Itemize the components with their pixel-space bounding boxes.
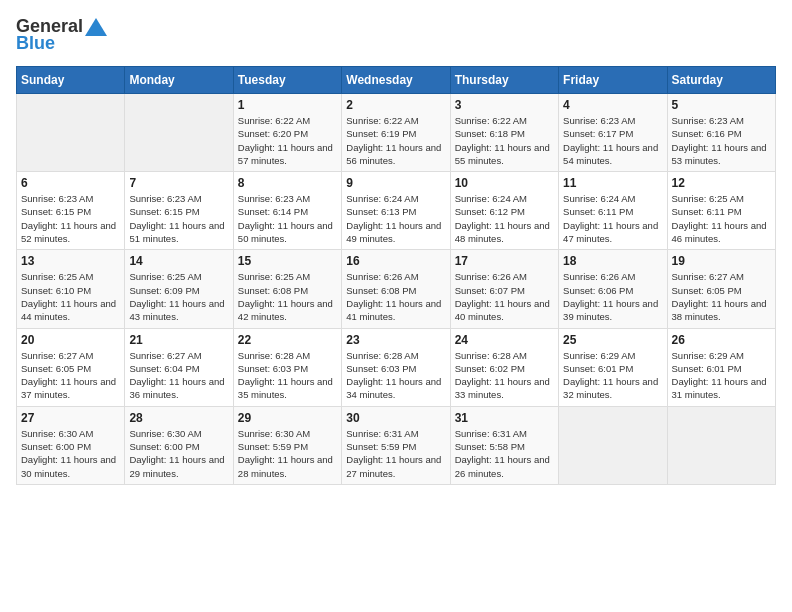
day-info: Sunrise: 6:25 AM Sunset: 6:10 PM Dayligh…: [21, 270, 120, 323]
day-number: 27: [21, 411, 120, 425]
calendar-cell: 30Sunrise: 6:31 AM Sunset: 5:59 PM Dayli…: [342, 406, 450, 484]
day-number: 19: [672, 254, 771, 268]
day-number: 1: [238, 98, 337, 112]
day-number: 23: [346, 333, 445, 347]
calendar-cell: 9Sunrise: 6:24 AM Sunset: 6:13 PM Daylig…: [342, 172, 450, 250]
calendar-cell: 29Sunrise: 6:30 AM Sunset: 5:59 PM Dayli…: [233, 406, 341, 484]
day-number: 12: [672, 176, 771, 190]
day-info: Sunrise: 6:26 AM Sunset: 6:08 PM Dayligh…: [346, 270, 445, 323]
day-number: 8: [238, 176, 337, 190]
calendar-cell: 10Sunrise: 6:24 AM Sunset: 6:12 PM Dayli…: [450, 172, 558, 250]
calendar-week-5: 27Sunrise: 6:30 AM Sunset: 6:00 PM Dayli…: [17, 406, 776, 484]
day-info: Sunrise: 6:23 AM Sunset: 6:15 PM Dayligh…: [129, 192, 228, 245]
day-info: Sunrise: 6:27 AM Sunset: 6:05 PM Dayligh…: [21, 349, 120, 402]
weekday-header-saturday: Saturday: [667, 67, 775, 94]
day-info: Sunrise: 6:25 AM Sunset: 6:11 PM Dayligh…: [672, 192, 771, 245]
day-info: Sunrise: 6:22 AM Sunset: 6:18 PM Dayligh…: [455, 114, 554, 167]
calendar-cell: 27Sunrise: 6:30 AM Sunset: 6:00 PM Dayli…: [17, 406, 125, 484]
calendar-cell: [125, 94, 233, 172]
day-info: Sunrise: 6:28 AM Sunset: 6:02 PM Dayligh…: [455, 349, 554, 402]
calendar-cell: 24Sunrise: 6:28 AM Sunset: 6:02 PM Dayli…: [450, 328, 558, 406]
day-info: Sunrise: 6:25 AM Sunset: 6:09 PM Dayligh…: [129, 270, 228, 323]
day-number: 3: [455, 98, 554, 112]
day-info: Sunrise: 6:30 AM Sunset: 5:59 PM Dayligh…: [238, 427, 337, 480]
weekday-header-monday: Monday: [125, 67, 233, 94]
calendar-cell: 8Sunrise: 6:23 AM Sunset: 6:14 PM Daylig…: [233, 172, 341, 250]
calendar-cell: 4Sunrise: 6:23 AM Sunset: 6:17 PM Daylig…: [559, 94, 667, 172]
day-info: Sunrise: 6:23 AM Sunset: 6:15 PM Dayligh…: [21, 192, 120, 245]
day-info: Sunrise: 6:30 AM Sunset: 6:00 PM Dayligh…: [21, 427, 120, 480]
day-number: 25: [563, 333, 662, 347]
weekday-header-tuesday: Tuesday: [233, 67, 341, 94]
day-info: Sunrise: 6:28 AM Sunset: 6:03 PM Dayligh…: [238, 349, 337, 402]
calendar-cell: 2Sunrise: 6:22 AM Sunset: 6:19 PM Daylig…: [342, 94, 450, 172]
day-info: Sunrise: 6:26 AM Sunset: 6:06 PM Dayligh…: [563, 270, 662, 323]
day-number: 21: [129, 333, 228, 347]
calendar-cell: 16Sunrise: 6:26 AM Sunset: 6:08 PM Dayli…: [342, 250, 450, 328]
day-number: 14: [129, 254, 228, 268]
calendar-body: 1Sunrise: 6:22 AM Sunset: 6:20 PM Daylig…: [17, 94, 776, 485]
calendar-cell: 22Sunrise: 6:28 AM Sunset: 6:03 PM Dayli…: [233, 328, 341, 406]
day-number: 24: [455, 333, 554, 347]
day-info: Sunrise: 6:29 AM Sunset: 6:01 PM Dayligh…: [563, 349, 662, 402]
calendar-cell: 3Sunrise: 6:22 AM Sunset: 6:18 PM Daylig…: [450, 94, 558, 172]
day-info: Sunrise: 6:22 AM Sunset: 6:20 PM Dayligh…: [238, 114, 337, 167]
weekday-header-sunday: Sunday: [17, 67, 125, 94]
day-info: Sunrise: 6:24 AM Sunset: 6:13 PM Dayligh…: [346, 192, 445, 245]
calendar-week-4: 20Sunrise: 6:27 AM Sunset: 6:05 PM Dayli…: [17, 328, 776, 406]
day-number: 30: [346, 411, 445, 425]
day-number: 17: [455, 254, 554, 268]
calendar-cell: 5Sunrise: 6:23 AM Sunset: 6:16 PM Daylig…: [667, 94, 775, 172]
day-number: 7: [129, 176, 228, 190]
calendar-cell: 6Sunrise: 6:23 AM Sunset: 6:15 PM Daylig…: [17, 172, 125, 250]
day-number: 28: [129, 411, 228, 425]
calendar-cell: 26Sunrise: 6:29 AM Sunset: 6:01 PM Dayli…: [667, 328, 775, 406]
calendar-cell: 28Sunrise: 6:30 AM Sunset: 6:00 PM Dayli…: [125, 406, 233, 484]
calendar-cell: [667, 406, 775, 484]
day-info: Sunrise: 6:26 AM Sunset: 6:07 PM Dayligh…: [455, 270, 554, 323]
day-number: 4: [563, 98, 662, 112]
calendar-header: SundayMondayTuesdayWednesdayThursdayFrid…: [17, 67, 776, 94]
day-number: 31: [455, 411, 554, 425]
calendar-cell: 13Sunrise: 6:25 AM Sunset: 6:10 PM Dayli…: [17, 250, 125, 328]
logo-blue: Blue: [16, 33, 55, 54]
day-info: Sunrise: 6:29 AM Sunset: 6:01 PM Dayligh…: [672, 349, 771, 402]
day-info: Sunrise: 6:23 AM Sunset: 6:14 PM Dayligh…: [238, 192, 337, 245]
weekday-row: SundayMondayTuesdayWednesdayThursdayFrid…: [17, 67, 776, 94]
calendar-cell: 11Sunrise: 6:24 AM Sunset: 6:11 PM Dayli…: [559, 172, 667, 250]
calendar-week-3: 13Sunrise: 6:25 AM Sunset: 6:10 PM Dayli…: [17, 250, 776, 328]
day-number: 16: [346, 254, 445, 268]
day-info: Sunrise: 6:24 AM Sunset: 6:11 PM Dayligh…: [563, 192, 662, 245]
day-number: 9: [346, 176, 445, 190]
logo-icon: [85, 18, 107, 36]
day-info: Sunrise: 6:30 AM Sunset: 6:00 PM Dayligh…: [129, 427, 228, 480]
logo: General Blue: [16, 16, 107, 54]
calendar-cell: 19Sunrise: 6:27 AM Sunset: 6:05 PM Dayli…: [667, 250, 775, 328]
day-info: Sunrise: 6:31 AM Sunset: 5:58 PM Dayligh…: [455, 427, 554, 480]
calendar-cell: 12Sunrise: 6:25 AM Sunset: 6:11 PM Dayli…: [667, 172, 775, 250]
day-info: Sunrise: 6:28 AM Sunset: 6:03 PM Dayligh…: [346, 349, 445, 402]
day-number: 10: [455, 176, 554, 190]
calendar-cell: [559, 406, 667, 484]
day-number: 18: [563, 254, 662, 268]
day-number: 2: [346, 98, 445, 112]
day-number: 13: [21, 254, 120, 268]
day-number: 5: [672, 98, 771, 112]
day-info: Sunrise: 6:27 AM Sunset: 6:04 PM Dayligh…: [129, 349, 228, 402]
calendar-cell: 23Sunrise: 6:28 AM Sunset: 6:03 PM Dayli…: [342, 328, 450, 406]
calendar-cell: 14Sunrise: 6:25 AM Sunset: 6:09 PM Dayli…: [125, 250, 233, 328]
page-header: General Blue: [16, 16, 776, 54]
calendar-cell: 20Sunrise: 6:27 AM Sunset: 6:05 PM Dayli…: [17, 328, 125, 406]
day-info: Sunrise: 6:22 AM Sunset: 6:19 PM Dayligh…: [346, 114, 445, 167]
calendar-table: SundayMondayTuesdayWednesdayThursdayFrid…: [16, 66, 776, 485]
weekday-header-thursday: Thursday: [450, 67, 558, 94]
calendar-cell: 18Sunrise: 6:26 AM Sunset: 6:06 PM Dayli…: [559, 250, 667, 328]
day-info: Sunrise: 6:23 AM Sunset: 6:17 PM Dayligh…: [563, 114, 662, 167]
day-number: 15: [238, 254, 337, 268]
weekday-header-friday: Friday: [559, 67, 667, 94]
day-number: 11: [563, 176, 662, 190]
day-number: 26: [672, 333, 771, 347]
calendar-week-2: 6Sunrise: 6:23 AM Sunset: 6:15 PM Daylig…: [17, 172, 776, 250]
calendar-cell: [17, 94, 125, 172]
day-info: Sunrise: 6:27 AM Sunset: 6:05 PM Dayligh…: [672, 270, 771, 323]
